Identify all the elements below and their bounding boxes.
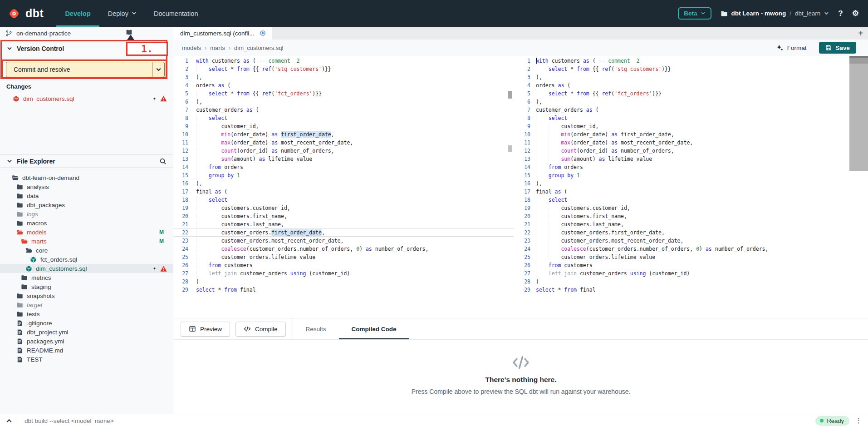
- save-icon: [825, 45, 832, 51]
- beta-badge[interactable]: Beta: [678, 7, 711, 20]
- ready-label: Ready: [827, 417, 844, 424]
- save-button[interactable]: Save: [819, 42, 856, 54]
- git-branch-row[interactable]: on-demand-practice: [0, 27, 173, 40]
- dbt-logo[interactable]: dbt: [0, 0, 56, 27]
- nav-develop[interactable]: Develop: [56, 0, 99, 27]
- tree-item-analysis[interactable]: analysis: [0, 182, 173, 191]
- tree-item-marts[interactable]: martsM: [0, 237, 173, 246]
- format-label: Format: [787, 45, 807, 51]
- gear-icon[interactable]: ⚙: [852, 9, 859, 18]
- command-bar-toggle[interactable]: [0, 414, 18, 427]
- code-line-10: 10 min(order_date) as first_order_date,: [174, 130, 514, 139]
- code-left: 1with customers as ( -- comment 22 selec…: [174, 56, 514, 294]
- code-line-9: 9 customer_id,: [522, 122, 868, 130]
- tab-results[interactable]: Results: [293, 318, 339, 339]
- code-icon: [244, 325, 251, 333]
- search-icon[interactable]: [159, 158, 167, 165]
- commit-and-resolve-button[interactable]: Commit and resolve: [6, 62, 165, 77]
- tree-item-.gitignore[interactable]: .gitignore: [0, 318, 173, 328]
- format-button[interactable]: Format: [776, 44, 807, 51]
- tree-item-models[interactable]: modelsM: [0, 228, 173, 237]
- line-number: 12: [174, 147, 192, 155]
- code-text: customers.first_name,: [192, 212, 287, 220]
- left-pane-scrollbar[interactable]: [508, 56, 513, 318]
- tree-item-dim_customers.sql[interactable]: dim_customers.sql•: [0, 264, 173, 273]
- tree-item-packages.yml[interactable]: packages.yml: [0, 337, 173, 346]
- code-line-18: 18 select: [522, 196, 868, 204]
- tree-item-dbt_packages[interactable]: dbt_packages: [0, 200, 173, 209]
- tab-title: dim_customers.sql (confli...: [180, 30, 255, 37]
- line-number: 1: [174, 57, 192, 65]
- code-line-9: 9 customer_id,: [174, 122, 514, 130]
- right-pane-scrollbar[interactable]: [849, 56, 868, 171]
- tree-item-label: .gitignore: [27, 320, 52, 327]
- compile-button[interactable]: Compile: [235, 322, 286, 337]
- version-control-title: Version Control: [17, 45, 64, 52]
- editor-pane-right[interactable]: 1with customers as ( -- comment 22 selec…: [522, 56, 868, 318]
- row-status: •: [153, 265, 167, 272]
- nav-documentation[interactable]: Documentation: [145, 0, 207, 27]
- tree-item-macros[interactable]: macros: [0, 218, 173, 228]
- command-input[interactable]: dbt build --select <model_name>: [18, 417, 815, 424]
- tree-item-label: dbt_packages: [27, 202, 65, 209]
- tree-item-logs[interactable]: logs: [0, 209, 173, 218]
- tree-item-README.md[interactable]: README.md: [0, 346, 173, 355]
- tree-item-tests[interactable]: tests: [0, 309, 173, 318]
- code-line-15: 15 group by 1: [522, 171, 868, 179]
- code-line-17: 17final as (: [174, 188, 514, 196]
- line-number: 18: [174, 196, 192, 204]
- editor-toolbar: models › marts › dim_customers.sql Forma…: [174, 40, 868, 56]
- tree-item-dbt-learn-on-demand[interactable]: dbt-learn-on-demand: [0, 173, 173, 182]
- nav-deploy[interactable]: Deploy: [99, 0, 145, 27]
- tree-item-dbt_project.yml[interactable]: dbt_project.yml: [0, 328, 173, 337]
- preview-button[interactable]: Preview: [181, 322, 230, 337]
- line-number: 29: [174, 286, 192, 294]
- folder-open-icon: [21, 238, 28, 245]
- commit-dropdown-toggle[interactable]: [152, 62, 164, 77]
- code-text: ),: [533, 98, 542, 106]
- code-text: orders as (: [192, 81, 230, 89]
- cube-icon: [25, 265, 32, 272]
- code-line-6: 6),: [522, 98, 868, 106]
- code-text: from orders: [192, 163, 243, 171]
- tab-compiled-code[interactable]: Compiled Code: [339, 318, 409, 339]
- status-dot-icon: [820, 419, 824, 422]
- tree-item-label: README.md: [27, 347, 63, 354]
- breadcrumb-models[interactable]: models: [182, 45, 201, 51]
- folder-icon: [16, 211, 23, 218]
- table-icon: [189, 325, 196, 333]
- code-text: ),: [533, 73, 542, 81]
- new-tab-button[interactable]: +: [858, 27, 863, 40]
- tree-item-core[interactable]: core: [0, 246, 173, 255]
- tree-item-label: dbt-learn-on-demand: [22, 174, 79, 181]
- code-line-7: 7customer_orders as (: [522, 106, 868, 114]
- line-number: 7: [174, 106, 192, 114]
- tree-item-metrics[interactable]: metrics: [0, 273, 173, 282]
- file-explorer-header[interactable]: File Explorer: [0, 154, 173, 168]
- file-icon: [16, 329, 23, 336]
- code-line-2: 2 select * from {{ ref('stg_customers')}…: [522, 65, 868, 73]
- line-number: 14: [522, 163, 533, 171]
- breadcrumb-marts[interactable]: marts: [210, 45, 225, 51]
- code-text: customers.last_name,: [533, 220, 624, 228]
- kebab-menu-icon[interactable]: ⋮: [855, 417, 862, 425]
- tree-item-target[interactable]: target: [0, 300, 173, 309]
- warning-icon: [160, 95, 167, 102]
- tree-item-data[interactable]: data: [0, 191, 173, 200]
- editor-pane-left[interactable]: 1with customers as ( -- comment 22 selec…: [174, 56, 514, 318]
- tree-item-fct_orders.sql[interactable]: fct_orders.sql: [0, 255, 173, 264]
- changes-item-dim_customers.sql[interactable]: dim_customers.sql•: [0, 94, 173, 104]
- tree-item-snapshots[interactable]: snapshots: [0, 291, 173, 300]
- line-number: 20: [522, 212, 533, 220]
- line-number: 22: [522, 228, 533, 237]
- code-text: select * from {{ ref('stg_customers')}}: [533, 65, 671, 73]
- version-control-header[interactable]: Version Control: [0, 40, 173, 57]
- code-text: min(order_date) as first_order_date,: [192, 130, 334, 139]
- breadcrumb-file[interactable]: dim_customers.sql: [234, 45, 283, 51]
- tree-item-TEST[interactable]: TEST: [0, 355, 173, 364]
- tree-item-staging[interactable]: staging: [0, 282, 173, 291]
- tab-dim-customers[interactable]: dim_customers.sql (confli...: [174, 27, 272, 40]
- project-selector[interactable]: dbt Learn - mwong / dbt_learn: [721, 10, 829, 17]
- editor-tabbar: dim_customers.sql (confli... +: [174, 27, 868, 40]
- help-icon[interactable]: ?: [838, 9, 843, 18]
